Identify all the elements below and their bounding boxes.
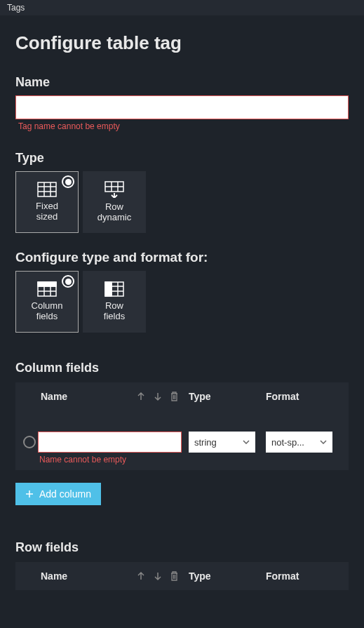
column-format-dropdown[interactable]: not-sp... [266,432,332,453]
svg-rect-14 [38,282,56,286]
move-up-icon[interactable] [136,571,146,581]
add-column-label: Add column [39,488,91,500]
column-name-input[interactable] [38,432,182,453]
move-down-icon[interactable] [153,571,163,581]
column-fields-heading: Column fields [15,361,349,375]
type-option-fixed-line2: sized [36,212,58,222]
column-field-row: Name cannot be empty string not-sp... [15,410,349,470]
configure-option-col-line1: Column [32,301,63,312]
row-header-name: Name [38,570,126,582]
column-name-error: Name cannot be empty [39,455,182,465]
configure-option-row-fields[interactable]: Row fields [83,271,146,333]
row-fields-heading: Row fields [15,540,349,555]
add-column-button[interactable]: Add column [15,483,101,505]
column-header-format: Format [266,391,343,402]
chevron-down-icon [243,440,250,444]
configure-option-row-line1: Row [104,301,125,312]
move-down-icon[interactable] [153,392,163,401]
trash-icon[interactable] [170,392,179,401]
svg-rect-0 [38,182,56,196]
configure-option-column-fields[interactable]: Column fields [15,271,79,333]
svg-rect-20 [105,282,112,296]
column-type-dropdown[interactable]: string [189,432,255,453]
type-option-rowdyn-line1: Row [97,202,131,213]
column-fields-table: Name Type Format [15,382,349,470]
move-up-icon[interactable] [136,392,146,401]
column-header-name: Name [38,391,126,402]
row-select-radio[interactable] [23,436,36,448]
table-rows-icon [105,281,124,297]
radio-icon [62,175,74,188]
chevron-down-icon [320,440,327,444]
table-row-dynamic-icon [105,181,124,198]
tag-name-input[interactable] [15,95,349,119]
type-section-label: Type [15,151,349,166]
table-fixed-icon [37,182,57,197]
trash-icon[interactable] [170,571,179,581]
radio-icon [62,275,74,288]
row-header-type: Type [189,570,266,582]
column-header-type: Type [189,391,266,402]
page-title: Configure table tag [15,32,349,54]
panel-header: Tags [0,0,364,15]
type-option-rowdyn-line2: dynamic [97,213,131,223]
configure-type-format-heading: Configure type and format for: [15,250,349,265]
table-columns-icon [37,281,57,297]
plus-icon [25,490,34,498]
column-type-value: string [194,437,217,448]
type-option-fixed-line1: Fixed [36,201,58,212]
row-header-format: Format [266,570,343,582]
tag-name-error: Tag name cannot be empty [18,121,349,131]
type-option-row-dynamic[interactable]: Row dynamic [83,171,146,233]
configure-option-col-line2: fields [32,312,63,322]
type-option-fixed-sized[interactable]: Fixed sized [15,171,79,233]
configure-option-row-line2: fields [104,312,125,322]
column-format-value: not-sp... [271,437,304,448]
name-section-label: Name [15,75,349,90]
row-fields-table: Name Type Format [15,562,349,590]
